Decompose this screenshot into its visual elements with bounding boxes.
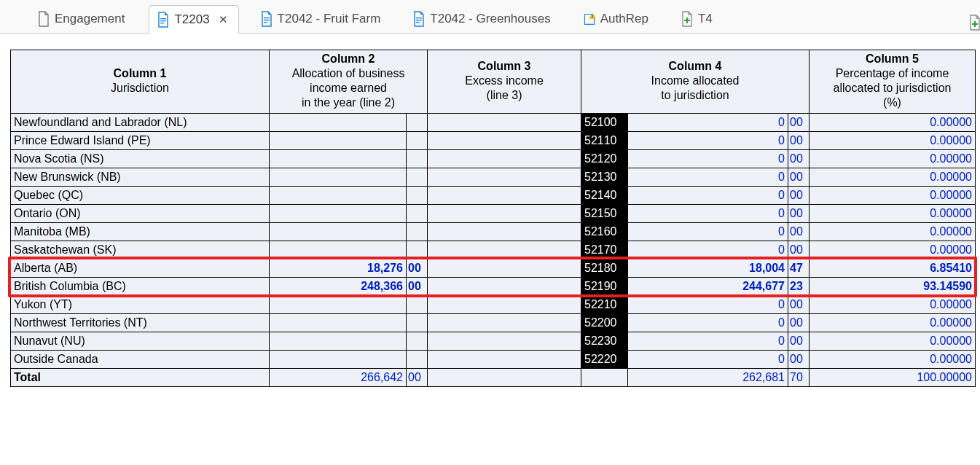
col2-amount-cell[interactable]	[270, 187, 407, 205]
col4-amount-cell[interactable]: 0	[628, 150, 788, 168]
col5-percent-cell[interactable]: 0.00000	[810, 168, 976, 187]
col4-amount-cell[interactable]: 0	[628, 114, 788, 132]
col3-cell[interactable]	[428, 168, 581, 187]
col4-cents-cell[interactable]: 23	[788, 278, 810, 296]
tab-t4[interactable]: T4	[673, 4, 724, 33]
col2-cents-cell[interactable]: 00	[407, 278, 428, 296]
col4-amount-cell[interactable]: 18,004	[628, 259, 788, 278]
col4-amount-cell[interactable]: 0	[628, 187, 788, 205]
col2-amount-cell[interactable]: 248,366	[270, 278, 407, 296]
col2-cents-cell[interactable]	[407, 114, 428, 132]
col5-percent-cell[interactable]: 0.00000	[810, 223, 976, 241]
col4-amount-cell[interactable]: 0	[628, 223, 788, 241]
tab-t2042-green[interactable]: T2042 - Greenhouses	[404, 4, 561, 33]
col2-cents-cell[interactable]	[407, 223, 428, 241]
col4-cents-cell[interactable]: 00	[788, 314, 810, 332]
col3-cell[interactable]	[428, 114, 581, 132]
col5-percent-cell[interactable]: 0.00000	[810, 187, 976, 205]
jurisdiction-cell[interactable]: Newfoundland and Labrador (NL)	[11, 114, 270, 132]
jurisdiction-cell[interactable]: Manitoba (MB)	[11, 223, 270, 241]
col3-cell[interactable]	[428, 351, 581, 369]
col2-amount-cell[interactable]: 18,276	[270, 259, 407, 278]
col5-percent-cell[interactable]: 6.85410	[810, 259, 976, 278]
col4-amount-cell[interactable]: 0	[628, 205, 788, 223]
col2-cents-cell[interactable]	[407, 150, 428, 168]
jurisdiction-cell[interactable]: Saskatchewan (SK)	[11, 241, 270, 259]
col4-cents-cell[interactable]: 00	[788, 132, 810, 150]
col4-cents-cell[interactable]: 00	[788, 332, 810, 351]
col3-cell[interactable]	[428, 132, 581, 150]
col4-cents-cell[interactable]: 00	[788, 187, 810, 205]
col2-cents-cell[interactable]	[407, 296, 428, 314]
col4-cents-cell[interactable]: 00	[788, 241, 810, 259]
jurisdiction-cell[interactable]: Nunavut (NU)	[11, 332, 270, 351]
col4-cents-cell[interactable]: 00	[788, 351, 810, 369]
col3-cell[interactable]	[428, 259, 581, 278]
col3-cell[interactable]	[428, 314, 581, 332]
col4-amount-cell[interactable]: 0	[628, 296, 788, 314]
col3-cell[interactable]	[428, 332, 581, 351]
col3-cell[interactable]	[428, 223, 581, 241]
jurisdiction-cell[interactable]: Outside Canada	[11, 351, 270, 369]
col2-cents-cell[interactable]	[407, 168, 428, 187]
jurisdiction-cell[interactable]: Yukon (YT)	[11, 296, 270, 314]
col4-amount-cell[interactable]: 0	[628, 332, 788, 351]
col2-cents-cell[interactable]	[407, 132, 428, 150]
col2-cents-cell[interactable]	[407, 314, 428, 332]
jurisdiction-cell[interactable]: Prince Edward Island (PE)	[11, 132, 270, 150]
col4-amount-cell[interactable]: 0	[628, 132, 788, 150]
tab-authrep[interactable]: AuthRep	[575, 4, 659, 33]
col4-cents-cell[interactable]: 00	[788, 223, 810, 241]
jurisdiction-cell[interactable]: Alberta (AB)	[11, 259, 270, 278]
col4-amount-cell[interactable]: 0	[628, 241, 788, 259]
tab-t2042-fruit[interactable]: T2042 - Fruit Farm	[252, 4, 392, 33]
col3-cell[interactable]	[428, 278, 581, 296]
col4-cents-cell[interactable]: 00	[788, 150, 810, 168]
jurisdiction-cell[interactable]: New Brunswick (NB)	[11, 168, 270, 187]
close-icon[interactable]: ✕	[219, 13, 228, 26]
col5-percent-cell[interactable]: 0.00000	[810, 314, 976, 332]
col3-cell[interactable]	[428, 187, 581, 205]
col5-percent-cell[interactable]: 0.00000	[810, 114, 976, 132]
col2-amount-cell[interactable]	[270, 351, 407, 369]
col2-amount-cell[interactable]	[270, 332, 407, 351]
col5-percent-cell[interactable]: 0.00000	[810, 351, 976, 369]
col5-percent-cell[interactable]: 0.00000	[810, 132, 976, 150]
jurisdiction-cell[interactable]: Quebec (QC)	[11, 187, 270, 205]
col2-amount-cell[interactable]	[270, 114, 407, 132]
tab-t2203[interactable]: T2203 ✕	[149, 5, 238, 34]
col2-amount-cell[interactable]	[270, 205, 407, 223]
col5-percent-cell[interactable]: 0.00000	[810, 332, 976, 351]
new-tab-button[interactable]	[968, 15, 980, 33]
col5-percent-cell[interactable]: 0.00000	[810, 241, 976, 259]
col3-cell[interactable]	[428, 296, 581, 314]
col5-percent-cell[interactable]: 0.00000	[810, 205, 976, 223]
col2-cents-cell[interactable]	[407, 351, 428, 369]
col2-amount-cell[interactable]	[270, 168, 407, 187]
col2-amount-cell[interactable]	[270, 241, 407, 259]
col2-cents-cell[interactable]	[407, 205, 428, 223]
col4-cents-cell[interactable]: 00	[788, 205, 810, 223]
col4-amount-cell[interactable]: 244,677	[628, 278, 788, 296]
col5-percent-cell[interactable]: 0.00000	[810, 296, 976, 314]
col2-cents-cell[interactable]	[407, 187, 428, 205]
col4-cents-cell[interactable]: 00	[788, 296, 810, 314]
jurisdiction-cell[interactable]: Nova Scotia (NS)	[11, 150, 270, 168]
col5-percent-cell[interactable]: 0.00000	[810, 150, 976, 168]
col5-percent-cell[interactable]: 93.14590	[810, 278, 976, 296]
col4-cents-cell[interactable]: 00	[788, 168, 810, 187]
col2-cents-cell[interactable]	[407, 241, 428, 259]
tab-engagement[interactable]: Engagement	[29, 4, 136, 33]
col4-amount-cell[interactable]: 0	[628, 314, 788, 332]
col4-cents-cell[interactable]: 00	[788, 114, 810, 132]
col2-amount-cell[interactable]	[270, 132, 407, 150]
col2-amount-cell[interactable]	[270, 296, 407, 314]
col2-cents-cell[interactable]: 00	[407, 259, 428, 278]
col4-cents-cell[interactable]: 47	[788, 259, 810, 278]
col3-cell[interactable]	[428, 241, 581, 259]
col3-cell[interactable]	[428, 150, 581, 168]
col3-cell[interactable]	[428, 205, 581, 223]
col2-cents-cell[interactable]	[407, 332, 428, 351]
jurisdiction-cell[interactable]: Ontario (ON)	[11, 205, 270, 223]
jurisdiction-cell[interactable]: Northwest Territories (NT)	[11, 314, 270, 332]
